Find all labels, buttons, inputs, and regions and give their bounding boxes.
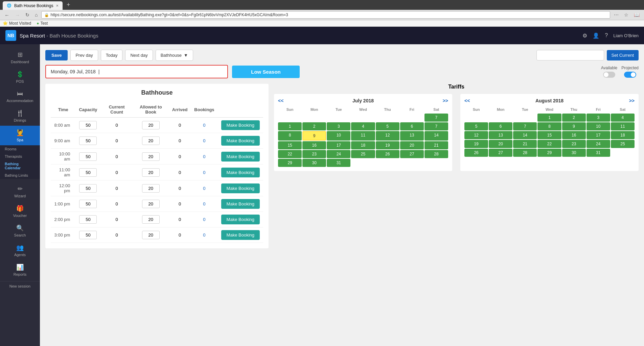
cal-day[interactable]: 18 (351, 141, 375, 149)
cal-day[interactable]: 11 (351, 131, 375, 141)
capacity-input[interactable] (79, 200, 97, 208)
capacity-input[interactable] (79, 215, 97, 224)
projected-toggle[interactable] (624, 72, 636, 78)
bookmark-btn[interactable]: ☆ (622, 11, 630, 18)
make-booking-button[interactable]: Make Booking (221, 215, 260, 224)
cal-day[interactable]: 30 (302, 159, 326, 167)
make-booking-button[interactable]: Make Booking (221, 120, 260, 130)
available-toggle[interactable] (603, 72, 615, 78)
cal-next-btn[interactable]: >> (443, 98, 448, 103)
cal-day[interactable]: 25 (351, 150, 375, 158)
save-button[interactable]: Save (45, 50, 68, 60)
sidebar-sub-bathing-calendar[interactable]: Bathing Calendar (0, 160, 40, 172)
cal-day[interactable]: 16 (302, 141, 326, 149)
cal-day[interactable]: 7 (424, 122, 448, 130)
capacity-input[interactable] (79, 121, 97, 129)
reader-btn[interactable]: 📖 (632, 11, 641, 18)
cal-day[interactable]: 4 (351, 122, 375, 130)
make-booking-button[interactable]: Make Booking (221, 230, 260, 240)
allowed-input[interactable] (142, 215, 160, 224)
cal-next-btn[interactable]: >> (629, 98, 635, 103)
cal-day[interactable]: 18 (611, 131, 635, 139)
cal-day[interactable]: 20 (400, 141, 424, 149)
cal-day[interactable]: 27 (400, 150, 424, 158)
make-booking-button[interactable]: Make Booking (221, 183, 260, 193)
cal-day[interactable]: 2 (302, 122, 326, 130)
browser-tab[interactable]: 🌐 Bath House Bookings × (3, 1, 63, 10)
allowed-input[interactable] (142, 137, 160, 145)
cal-day[interactable]: 20 (489, 140, 512, 148)
next-day-button[interactable]: Next day (125, 50, 153, 61)
cal-day[interactable]: 15 (278, 141, 302, 149)
cal-day[interactable]: 14 (513, 131, 537, 139)
cal-day[interactable]: 6 (489, 122, 512, 130)
sidebar-item-reports[interactable]: 📊 Reports (0, 260, 40, 280)
settings-icon[interactable]: ⚙ (582, 32, 587, 39)
allowed-input[interactable] (142, 184, 160, 193)
cal-day[interactable]: 28 (513, 149, 537, 157)
cal-day[interactable]: 16 (562, 131, 586, 139)
home-btn[interactable]: ⌂ (33, 11, 39, 18)
cal-day[interactable]: 6 (400, 122, 424, 130)
cal-day[interactable]: 1 (537, 114, 561, 122)
sidebar-item-spa[interactable]: 💆 Spa (0, 126, 40, 145)
capacity-input[interactable] (79, 184, 97, 193)
cal-day[interactable]: 1 (278, 122, 302, 130)
search-input[interactable] (536, 50, 604, 60)
cal-day[interactable]: 10 (327, 131, 350, 141)
help-icon[interactable]: ? (605, 32, 608, 39)
allowed-input[interactable] (142, 152, 160, 161)
cal-day[interactable]: 17 (586, 131, 610, 139)
sidebar-item-dinings[interactable]: 🍴 Dinings (0, 106, 40, 126)
date-input-box[interactable]: Monday, 09 Jul, 2018 | (45, 65, 228, 78)
capacity-input[interactable] (79, 168, 97, 177)
allowed-input[interactable] (142, 200, 160, 208)
cal-day[interactable]: 3 (327, 122, 350, 130)
cal-day[interactable]: 24 (586, 140, 610, 148)
cal-day[interactable]: 15 (537, 131, 561, 139)
cal-day[interactable]: 5 (376, 122, 399, 130)
capacity-input[interactable] (79, 152, 97, 161)
cal-day[interactable]: 11 (611, 122, 635, 130)
sidebar-sub-bathing-limits[interactable]: Bathing Limits (0, 172, 40, 179)
cal-prev-btn[interactable]: << (278, 98, 283, 103)
address-bar[interactable]: 🔒 https://secure.netbookings.com.au/test… (41, 11, 610, 19)
cal-day[interactable]: 23 (562, 140, 586, 148)
cal-day[interactable]: 8 (537, 122, 561, 130)
cal-day[interactable]: 24 (327, 150, 350, 158)
sidebar-item-agents[interactable]: 👥 Agents (0, 241, 40, 260)
sidebar-item-voucher[interactable]: 🎁 Voucher (0, 201, 40, 221)
back-btn[interactable]: ← (3, 11, 11, 19)
cal-day[interactable]: 8 (278, 131, 302, 141)
cal-day[interactable]: 23 (302, 150, 326, 158)
cal-day[interactable]: 31 (327, 159, 350, 167)
cal-day[interactable]: 29 (537, 149, 561, 157)
refresh-btn[interactable]: ↻ (24, 11, 31, 18)
cal-day[interactable]: 12 (376, 131, 399, 141)
cal-day[interactable]: 5 (464, 122, 488, 130)
cal-day[interactable]: 13 (489, 131, 512, 139)
cal-day[interactable]: 4 (611, 114, 635, 122)
cal-day[interactable]: 19 (376, 141, 399, 149)
cal-day[interactable]: 9 (562, 122, 586, 130)
user-icon[interactable]: 👤 (593, 32, 599, 39)
make-booking-button[interactable]: Make Booking (221, 168, 260, 177)
cal-day[interactable]: 26 (376, 150, 399, 158)
new-session-btn[interactable]: New session (0, 281, 40, 291)
sidebar-item-wizard[interactable]: ✏ Wizard (0, 182, 40, 201)
cal-day[interactable]: 14 (424, 131, 448, 141)
capacity-input[interactable] (79, 231, 97, 239)
sidebar-sub-therapists[interactable]: Therapists (0, 153, 40, 160)
cal-day[interactable]: 9 (302, 131, 326, 141)
cal-prev-btn[interactable]: << (464, 98, 470, 103)
allowed-input[interactable] (142, 231, 160, 239)
cal-day[interactable]: 7 (424, 114, 448, 122)
cal-day[interactable]: 19 (464, 140, 488, 148)
forward-btn[interactable]: → (13, 11, 22, 19)
cal-day[interactable]: 13 (400, 131, 424, 141)
make-booking-button[interactable]: Make Booking (221, 152, 260, 162)
sidebar-sub-rooms[interactable]: Rooms (0, 145, 40, 153)
cal-day[interactable]: 25 (611, 140, 635, 148)
sidebar-item-search[interactable]: 🔍 Search (0, 221, 40, 241)
bathhouse-dropdown[interactable]: Bathhouse ▼ (156, 50, 193, 61)
